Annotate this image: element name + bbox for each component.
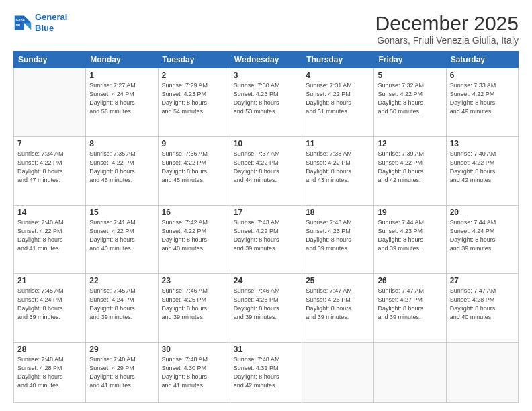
day-info: Sunrise: 7:35 AM Sunset: 4:22 PM Dayligh… xyxy=(89,150,154,185)
calendar-cell: 24Sunrise: 7:46 AM Sunset: 4:26 PM Dayli… xyxy=(230,273,302,342)
calendar-cell: 6Sunrise: 7:33 AM Sunset: 4:22 PM Daylig… xyxy=(446,68,518,137)
header-thursday: Thursday xyxy=(302,52,374,68)
logo-text: General Blue xyxy=(35,12,67,33)
day-number: 11 xyxy=(306,139,370,148)
header-monday: Monday xyxy=(86,52,158,68)
day-info: Sunrise: 7:32 AM Sunset: 4:22 PM Dayligh… xyxy=(378,81,442,116)
day-info: Sunrise: 7:37 AM Sunset: 4:22 PM Dayligh… xyxy=(234,150,298,185)
day-number: 3 xyxy=(234,71,298,80)
day-info: Sunrise: 7:48 AM Sunset: 4:30 PM Dayligh… xyxy=(162,355,226,390)
day-info: Sunrise: 7:29 AM Sunset: 4:23 PM Dayligh… xyxy=(162,81,226,116)
calendar-cell: 3Sunrise: 7:30 AM Sunset: 4:23 PM Daylig… xyxy=(230,68,302,137)
day-number: 1 xyxy=(89,71,154,80)
week-row-0: 1Sunrise: 7:27 AM Sunset: 4:24 PM Daylig… xyxy=(14,68,519,137)
day-number: 17 xyxy=(234,208,298,217)
day-number: 26 xyxy=(378,276,442,285)
day-info: Sunrise: 7:36 AM Sunset: 4:22 PM Dayligh… xyxy=(162,150,226,185)
day-number: 29 xyxy=(89,345,154,354)
day-info: Sunrise: 7:31 AM Sunset: 4:22 PM Dayligh… xyxy=(306,81,370,116)
calendar-cell: 25Sunrise: 7:47 AM Sunset: 4:26 PM Dayli… xyxy=(302,273,374,342)
day-number: 24 xyxy=(234,276,298,285)
logo-blue: Blue xyxy=(35,23,54,33)
logo-general: General xyxy=(35,12,67,22)
day-number: 27 xyxy=(450,276,515,285)
calendar-cell: 5Sunrise: 7:32 AM Sunset: 4:22 PM Daylig… xyxy=(374,68,446,137)
day-number: 7 xyxy=(17,139,82,148)
calendar-cell: 12Sunrise: 7:39 AM Sunset: 4:22 PM Dayli… xyxy=(374,136,446,205)
day-info: Sunrise: 7:40 AM Sunset: 4:22 PM Dayligh… xyxy=(17,218,82,253)
title-section: December 2025 Gonars, Friuli Venezia Giu… xyxy=(375,12,519,46)
calendar-cell: 29Sunrise: 7:48 AM Sunset: 4:29 PM Dayli… xyxy=(86,342,158,402)
week-row-1: 7Sunrise: 7:34 AM Sunset: 4:22 PM Daylig… xyxy=(14,136,519,205)
header-wednesday: Wednesday xyxy=(230,52,302,68)
calendar-cell: 2Sunrise: 7:29 AM Sunset: 4:23 PM Daylig… xyxy=(158,68,230,137)
svg-text:Gene: Gene xyxy=(16,18,25,22)
header-saturday: Saturday xyxy=(446,52,518,68)
day-number: 22 xyxy=(89,276,154,285)
day-number: 19 xyxy=(378,208,442,217)
day-info: Sunrise: 7:33 AM Sunset: 4:22 PM Dayligh… xyxy=(450,81,515,116)
day-info: Sunrise: 7:44 AM Sunset: 4:23 PM Dayligh… xyxy=(378,218,442,253)
location: Gonars, Friuli Venezia Giulia, Italy xyxy=(375,35,519,46)
day-number: 8 xyxy=(89,139,154,148)
day-info: Sunrise: 7:43 AM Sunset: 4:22 PM Dayligh… xyxy=(234,218,298,253)
day-number: 21 xyxy=(17,276,82,285)
day-number: 23 xyxy=(162,276,226,285)
calendar-cell: 18Sunrise: 7:43 AM Sunset: 4:23 PM Dayli… xyxy=(302,205,374,273)
day-info: Sunrise: 7:38 AM Sunset: 4:22 PM Dayligh… xyxy=(306,150,370,185)
day-number: 16 xyxy=(162,208,226,217)
day-info: Sunrise: 7:47 AM Sunset: 4:26 PM Dayligh… xyxy=(306,287,370,322)
week-row-3: 21Sunrise: 7:45 AM Sunset: 4:24 PM Dayli… xyxy=(14,273,519,342)
header: Gene ral General Blue December 2025 Gona… xyxy=(13,12,519,46)
calendar-cell: 11Sunrise: 7:38 AM Sunset: 4:22 PM Dayli… xyxy=(302,136,374,205)
day-info: Sunrise: 7:48 AM Sunset: 4:31 PM Dayligh… xyxy=(234,355,298,390)
svg-marker-1 xyxy=(24,23,32,30)
calendar-cell: 28Sunrise: 7:48 AM Sunset: 4:28 PM Dayli… xyxy=(14,342,86,402)
calendar-cell: 27Sunrise: 7:47 AM Sunset: 4:28 PM Dayli… xyxy=(446,273,518,342)
day-number: 30 xyxy=(162,345,226,354)
day-info: Sunrise: 7:44 AM Sunset: 4:24 PM Dayligh… xyxy=(450,218,515,253)
day-info: Sunrise: 7:47 AM Sunset: 4:27 PM Dayligh… xyxy=(378,287,442,322)
day-info: Sunrise: 7:41 AM Sunset: 4:22 PM Dayligh… xyxy=(89,218,154,253)
day-number: 9 xyxy=(162,139,226,148)
day-number: 18 xyxy=(306,208,370,217)
calendar-cell: 23Sunrise: 7:46 AM Sunset: 4:25 PM Dayli… xyxy=(158,273,230,342)
day-info: Sunrise: 7:45 AM Sunset: 4:24 PM Dayligh… xyxy=(17,287,82,322)
calendar-cell: 8Sunrise: 7:35 AM Sunset: 4:22 PM Daylig… xyxy=(86,136,158,205)
day-info: Sunrise: 7:39 AM Sunset: 4:22 PM Dayligh… xyxy=(378,150,442,185)
day-number: 14 xyxy=(17,208,82,217)
day-info: Sunrise: 7:46 AM Sunset: 4:26 PM Dayligh… xyxy=(234,287,298,322)
calendar-cell: 22Sunrise: 7:45 AM Sunset: 4:24 PM Dayli… xyxy=(86,273,158,342)
header-sunday: Sunday xyxy=(14,52,86,68)
svg-text:ral: ral xyxy=(16,23,21,27)
svg-marker-0 xyxy=(24,15,32,23)
day-number: 6 xyxy=(450,71,515,80)
month-title: December 2025 xyxy=(375,12,519,35)
calendar-cell: 30Sunrise: 7:48 AM Sunset: 4:30 PM Dayli… xyxy=(158,342,230,402)
calendar-cell: 10Sunrise: 7:37 AM Sunset: 4:22 PM Dayli… xyxy=(230,136,302,205)
page: Gene ral General Blue December 2025 Gona… xyxy=(0,0,532,411)
calendar-cell xyxy=(374,342,446,402)
day-number: 4 xyxy=(306,71,370,80)
calendar-cell: 17Sunrise: 7:43 AM Sunset: 4:22 PM Dayli… xyxy=(230,205,302,273)
day-info: Sunrise: 7:47 AM Sunset: 4:28 PM Dayligh… xyxy=(450,287,515,322)
day-number: 5 xyxy=(378,71,442,80)
day-number: 10 xyxy=(234,139,298,148)
day-info: Sunrise: 7:40 AM Sunset: 4:22 PM Dayligh… xyxy=(450,150,515,185)
day-number: 15 xyxy=(89,208,154,217)
day-info: Sunrise: 7:43 AM Sunset: 4:23 PM Dayligh… xyxy=(306,218,370,253)
day-number: 31 xyxy=(234,345,298,354)
header-tuesday: Tuesday xyxy=(158,52,230,68)
day-number: 20 xyxy=(450,208,515,217)
day-number: 28 xyxy=(17,345,82,354)
calendar-cell: 7Sunrise: 7:34 AM Sunset: 4:22 PM Daylig… xyxy=(14,136,86,205)
day-info: Sunrise: 7:48 AM Sunset: 4:28 PM Dayligh… xyxy=(17,355,82,390)
calendar-cell xyxy=(14,68,86,137)
calendar-cell: 16Sunrise: 7:42 AM Sunset: 4:22 PM Dayli… xyxy=(158,205,230,273)
day-number: 25 xyxy=(306,276,370,285)
logo: Gene ral General Blue xyxy=(13,12,67,33)
day-info: Sunrise: 7:30 AM Sunset: 4:23 PM Dayligh… xyxy=(234,81,298,116)
calendar-cell: 21Sunrise: 7:45 AM Sunset: 4:24 PM Dayli… xyxy=(14,273,86,342)
calendar-cell: 4Sunrise: 7:31 AM Sunset: 4:22 PM Daylig… xyxy=(302,68,374,137)
day-number: 2 xyxy=(162,71,226,80)
